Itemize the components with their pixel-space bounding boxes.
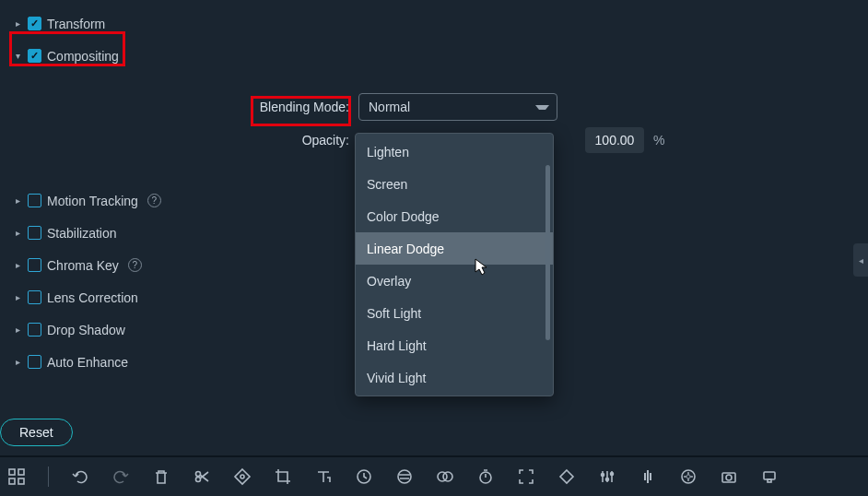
effects-icon[interactable] — [436, 467, 454, 486]
dropdown-item-soft-light[interactable]: Soft Light — [356, 297, 553, 329]
property-label: Transform — [47, 17, 105, 31]
svg-point-8 — [398, 470, 411, 483]
opacity-unit: % — [653, 133, 664, 148]
svg-point-12 — [602, 474, 604, 477]
chevron-right-icon: ▸ — [13, 358, 22, 367]
opacity-input[interactable]: 100.00 — [585, 127, 644, 153]
dropdown-item-vivid-light[interactable]: Vivid Light — [356, 361, 553, 394]
chevron-down-icon: ▾ — [13, 52, 22, 61]
property-label: Stabilization — [47, 226, 117, 241]
dropdown-item-linear-dodge[interactable]: Linear Dodge — [356, 232, 553, 265]
property-label: Motion Tracking — [47, 194, 138, 208]
grid-icon[interactable] — [7, 467, 26, 486]
sliders-icon[interactable] — [598, 467, 616, 486]
help-icon[interactable]: ? — [128, 258, 142, 272]
checkbox[interactable] — [28, 290, 41, 304]
chevron-right-icon: ▸ — [13, 229, 22, 238]
timer-icon[interactable] — [476, 467, 495, 486]
side-collapse-tab[interactable]: ◂ — [853, 243, 868, 277]
blending-mode-select[interactable]: Normal — [358, 93, 557, 121]
svg-point-17 — [726, 475, 732, 480]
divider — [48, 466, 49, 487]
property-transform[interactable]: ▸ Transform — [4, 7, 868, 40]
timeline-toolbar — [0, 455, 868, 496]
scrollbar-thumb[interactable] — [545, 165, 550, 340]
dropdown-item-screen[interactable]: Screen — [356, 168, 553, 200]
enhance-icon[interactable] — [679, 467, 698, 486]
svg-point-14 — [611, 473, 614, 476]
dropdown-scrollbar[interactable] — [545, 139, 550, 390]
help-icon[interactable]: ? — [147, 194, 161, 207]
checkbox[interactable] — [28, 226, 41, 240]
blending-mode-dropdown[interactable]: Lighten Screen Color Dodge Linear Dodge … — [355, 133, 554, 396]
property-label: Chroma Key — [47, 258, 119, 273]
property-label: Lens Correction — [47, 290, 138, 305]
camera-icon[interactable] — [720, 467, 738, 486]
svg-rect-18 — [764, 472, 775, 479]
checkbox[interactable] — [28, 258, 41, 272]
svg-rect-1 — [18, 469, 24, 475]
svg-rect-3 — [18, 478, 24, 484]
svg-rect-2 — [9, 478, 15, 484]
select-value: Normal — [369, 100, 410, 114]
travel-icon[interactable] — [395, 467, 414, 486]
checkbox[interactable] — [28, 355, 41, 369]
device-icon[interactable] — [760, 467, 779, 486]
crop-icon[interactable] — [274, 467, 292, 486]
checkbox[interactable] — [28, 194, 41, 207]
scissors-icon[interactable] — [193, 467, 211, 486]
svg-rect-19 — [768, 479, 771, 482]
rotate-icon[interactable] — [557, 467, 576, 486]
fullscreen-icon[interactable] — [517, 467, 535, 486]
svg-point-10 — [443, 472, 452, 481]
redo-icon[interactable] — [111, 467, 130, 486]
svg-point-6 — [240, 475, 244, 478]
chevron-right-icon: ▸ — [13, 325, 22, 335]
chevron-right-icon: ▸ — [13, 261, 22, 270]
property-compositing[interactable]: ▾ Compositing — [4, 40, 868, 72]
svg-point-13 — [606, 478, 609, 481]
checkbox[interactable] — [28, 49, 41, 63]
dropdown-item-color-dodge[interactable]: Color Dodge — [356, 200, 553, 232]
dropdown-item-overlay[interactable]: Overlay — [356, 265, 553, 297]
chevron-right-icon: ▸ — [13, 293, 22, 302]
checkbox[interactable] — [28, 323, 41, 337]
checkbox[interactable] — [28, 17, 41, 30]
dropdown-item-lighten[interactable]: Lighten — [356, 136, 553, 168]
reset-button[interactable]: Reset — [0, 419, 73, 446]
property-label: Drop Shadow — [47, 323, 125, 337]
audio-icon[interactable] — [639, 467, 657, 486]
property-label: Compositing — [47, 49, 119, 64]
chevron-right-icon: ▸ — [13, 196, 22, 206]
trash-icon[interactable] — [152, 467, 170, 486]
opacity-label: Opacity: — [4, 133, 349, 148]
dropdown-item-hard-light[interactable]: Hard Light — [356, 329, 553, 361]
text-icon[interactable] — [314, 467, 333, 486]
chevron-right-icon: ▸ — [13, 19, 22, 29]
undo-icon[interactable] — [71, 467, 89, 486]
clock-icon[interactable] — [355, 467, 373, 486]
tag-icon[interactable] — [233, 467, 252, 486]
property-label: Auto Enhance — [47, 355, 128, 370]
blending-mode-label: Blending Mode: — [4, 100, 349, 114]
svg-rect-0 — [9, 469, 15, 475]
